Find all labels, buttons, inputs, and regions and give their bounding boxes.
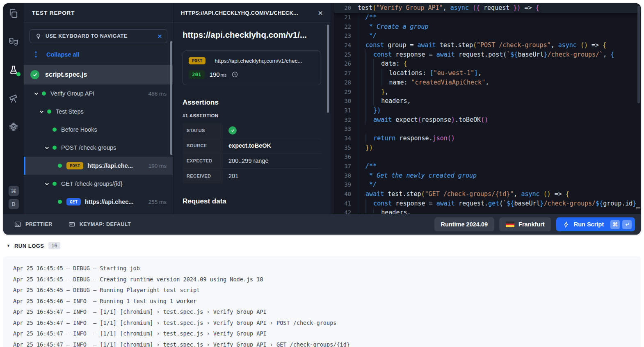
- indent-guide: [373, 208, 381, 214]
- code-line[interactable]: 39 */: [334, 180, 641, 189]
- code-editor[interactable]: 20test("Verify Group API", async ({ requ…: [330, 3, 641, 214]
- code-token: {: [603, 41, 606, 49]
- code-token: ,: [551, 41, 558, 49]
- run-logs-header[interactable]: ▼ RUN LOGS 16: [7, 242, 60, 249]
- code-line[interactable]: 21/**: [334, 13, 641, 22]
- assertion-item-heading: #1 ASSERTION: [183, 113, 321, 118]
- code-token: (): [448, 135, 455, 142]
- line-number: 38: [337, 172, 351, 179]
- indent-guide: [358, 31, 365, 41]
- code-line[interactable]: 22 * Create a group: [334, 22, 641, 31]
- code-token: expect: [392, 116, 418, 123]
- tree-node-row[interactable]: POST /check-groups: [24, 139, 173, 157]
- code-line[interactable]: 29},: [334, 87, 641, 96]
- code-line[interactable]: 36: [334, 152, 641, 162]
- close-icon[interactable]: ×: [318, 9, 323, 17]
- method-badge: GET: [66, 198, 81, 205]
- telescope-icon[interactable]: [8, 93, 19, 104]
- chip-icon[interactable]: [8, 121, 19, 132]
- code-line[interactable]: 32await expect(response).toBeOK(): [334, 115, 641, 124]
- caret-down-icon[interactable]: ▼: [7, 244, 10, 248]
- tree-row-label: https://api.che...: [87, 162, 132, 169]
- runtime-button[interactable]: Runtime 2024.09: [434, 217, 494, 231]
- spec-file-row[interactable]: script.spec.js: [24, 65, 173, 84]
- masks-icon[interactable]: [8, 37, 19, 47]
- detail-body: https://api.checklyhq.com/v1/... POST ht…: [174, 23, 330, 214]
- editor-scrollbar[interactable]: [637, 6, 640, 103]
- code-line[interactable]: 33: [334, 124, 641, 134]
- run-logs-output[interactable]: Apr 25 16:45:45 – DEBUG – Starting jobAp…: [3, 256, 641, 347]
- assertion-table: STATUSSOURCEexpect.toBeOKEXPECTED200..29…: [183, 123, 321, 183]
- code-token: }): [365, 144, 373, 151]
- clock-icon: [231, 71, 238, 78]
- keymap-button[interactable]: KEYMAP: DEFAULT: [68, 221, 131, 228]
- code-token: .toBeOK: [455, 116, 481, 123]
- tree-row-label: Test Steps: [56, 108, 84, 115]
- code-token: ,: [443, 4, 450, 11]
- indent-guide: [373, 87, 381, 96]
- chevron-down-icon[interactable]: [42, 145, 52, 151]
- line-number: 37: [337, 163, 351, 169]
- code-line[interactable]: 28name: "createdViaApiCheck",: [334, 78, 641, 87]
- code-token: ${: [510, 51, 518, 58]
- code-line[interactable]: 38 * Get the newly created group: [334, 171, 641, 180]
- code-line[interactable]: 23 */: [334, 31, 641, 41]
- tree-request-row[interactable]: GEThttps://api.chec...255 ms: [24, 193, 173, 211]
- dismiss-hint-icon[interactable]: ×: [158, 33, 162, 40]
- detail-tab-bar: HTTPS://API.CHECKLYHQ.COM/V1/CHECK... ×: [174, 3, 330, 23]
- indent-guide: [358, 41, 365, 50]
- check-circle-icon: [228, 126, 237, 135]
- code-line[interactable]: 40await test.step("GET /check-groups/{id…: [334, 189, 641, 199]
- code-line[interactable]: 35}): [334, 143, 641, 152]
- code-line[interactable]: 27locations: ["eu-west-1"],: [334, 68, 641, 78]
- code-token: }): [373, 107, 381, 114]
- code-token: =>: [521, 4, 535, 11]
- code-token: locations:: [389, 69, 429, 77]
- collapse-all-button[interactable]: Collapse all: [32, 50, 165, 58]
- indent-guide: [365, 59, 373, 68]
- code-line[interactable]: 37/**: [334, 162, 641, 171]
- assertion-value: 200..299 range: [223, 153, 321, 168]
- chevron-down-icon[interactable]: [42, 181, 52, 187]
- chevron-down-icon[interactable]: [37, 109, 46, 115]
- chevron-down-icon[interactable]: [31, 91, 41, 97]
- code-line[interactable]: 31}): [334, 106, 641, 115]
- code-line[interactable]: 30headers,: [334, 96, 641, 106]
- code-token: test: [358, 4, 372, 11]
- code-line[interactable]: 26data: {: [334, 59, 641, 68]
- detail-scrollbar[interactable]: [327, 25, 329, 113]
- copy-icon[interactable]: [8, 8, 19, 19]
- shortcut-key: ⌘: [9, 186, 19, 196]
- log-line: Apr 25 16:45:47 – INFO – [1/1] [chromium…: [13, 328, 631, 339]
- line-number: 27: [337, 70, 351, 76]
- code-token: request: [480, 4, 513, 11]
- tree-node-row[interactable]: GET /check-groups/{id}: [24, 175, 173, 193]
- code-line[interactable]: 34return response.json(): [334, 134, 641, 143]
- location-button[interactable]: Frankfurt: [499, 217, 551, 231]
- code-line[interactable]: 20test("Verify Group API", async ({ requ…: [334, 3, 641, 13]
- tree-node-row[interactable]: Before Hooks: [24, 121, 173, 139]
- code-token: }: [633, 200, 636, 207]
- code-line[interactable]: 41const response = await request.get(`${…: [334, 199, 641, 208]
- indent-guide: [365, 50, 373, 59]
- tree-row-label: POST /check-groups: [61, 144, 116, 151]
- indent-guide: [365, 96, 373, 106]
- prettier-button[interactable]: PRETTIER: [14, 221, 53, 228]
- duration-label: 255 ms: [148, 199, 167, 205]
- run-script-button[interactable]: Run Script ⌘: [556, 217, 635, 231]
- flask-icon[interactable]: [8, 65, 19, 75]
- terminal-icon: [14, 221, 21, 228]
- indent-guide: [381, 68, 389, 78]
- code-line[interactable]: 25const response = await request.post(`$…: [334, 50, 641, 59]
- runtime-label: Runtime 2024.09: [441, 221, 488, 228]
- tree-request-row[interactable]: POSThttps://api.che...190 ms: [24, 157, 173, 175]
- keyboard-navigate-hint[interactable]: USE KEYBOARD TO NAVIGATE ×: [30, 29, 167, 43]
- lightning-icon: [563, 221, 570, 228]
- code-line[interactable]: 42headers,: [334, 208, 641, 214]
- tree-node-row[interactable]: Verify Group API486 ms: [24, 84, 173, 103]
- tree-node-row[interactable]: Test Steps: [24, 103, 173, 121]
- assertion-label: RECEIVED: [183, 169, 223, 183]
- line-number: 42: [337, 209, 351, 214]
- code-line[interactable]: 24const group = await test.step("POST /c…: [334, 41, 641, 50]
- tree-scrollbar[interactable]: [170, 41, 172, 155]
